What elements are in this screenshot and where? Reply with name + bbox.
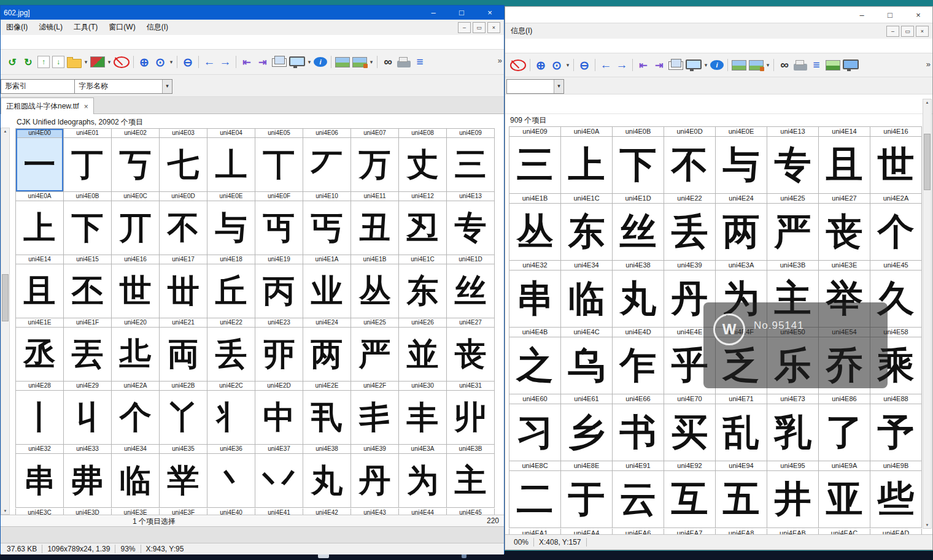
restore-button[interactable]: ▭ <box>901 26 914 37</box>
scroll-up-icon[interactable]: ▲ <box>923 101 931 104</box>
zoom-out-icon[interactable]: ⊖ <box>578 58 591 72</box>
minimize-button[interactable]: – <box>419 6 447 20</box>
fwd-icon[interactable]: → <box>219 55 232 69</box>
close-button[interactable]: × <box>487 22 500 33</box>
vertical-scrollbar[interactable]: ▲ ▼ <box>923 99 932 529</box>
list-icon[interactable]: ≡ <box>810 58 823 72</box>
glyph-cell-uni4E38[interactable]: uni4E38丸 <box>303 445 350 507</box>
glyph-cell-uni4E25[interactable]: uni4E25严 <box>351 318 398 381</box>
glyph-cell-uni4E0E[interactable]: uni4E0E与 <box>716 127 767 193</box>
monitor-icon[interactable] <box>289 56 305 66</box>
maximize-button[interactable]: □ <box>447 6 476 20</box>
close-button[interactable]: × <box>904 7 932 23</box>
glyph-cell-uni4E1D[interactable]: uni4E1D丝 <box>447 255 494 318</box>
glyph-cell-uni4E11[interactable]: uni4E11丑 <box>351 192 398 255</box>
caret-icon[interactable]: ▾ <box>306 55 312 69</box>
menu-item-图像(I)[interactable]: 图像(I) <box>1 20 33 35</box>
zoom-in-icon[interactable]: ⊕ <box>137 55 151 69</box>
glyph-cell-uni4E94[interactable]: uni4E94五 <box>716 461 767 527</box>
glyph-cell-uni4E71[interactable]: uni4E71乱 <box>716 394 767 461</box>
glyph-cell-uni4E2A[interactable]: uni4E2A个 <box>112 382 159 444</box>
glyph-index-combo[interactable]: 形索引 <box>1 79 87 94</box>
glyph-cell-uni4E27[interactable]: uni4E27丧 <box>819 194 870 260</box>
swatch-icon[interactable] <box>90 56 105 67</box>
glyph-cell-uni4E32[interactable]: uni4E32串 <box>509 261 560 327</box>
glyph-cell-uni4E30[interactable]: uni4E30丰 <box>399 382 446 444</box>
glyph-cell-uni4E4D[interactable]: uni4E4D乍 <box>613 328 664 394</box>
page-down-icon[interactable]: ↓ <box>52 56 64 68</box>
scroll-thumb[interactable] <box>924 134 931 190</box>
print-icon[interactable] <box>397 61 411 67</box>
glyph-cell-uni4E95[interactable]: uni4E95井 <box>767 461 818 527</box>
glyph-cell-uni4E0B[interactable]: uni4E0B下 <box>64 192 111 255</box>
caret-icon[interactable]: ▾ <box>565 58 571 72</box>
glyph-cell-uni4E21[interactable]: uni4E21両 <box>160 318 207 381</box>
menu-item-滤镜(L)[interactable]: 滤镜(L) <box>33 20 68 35</box>
zoom-out-icon[interactable]: ⊖ <box>181 55 195 69</box>
glyph-cell-uni4E00[interactable]: uni4E00一 <box>16 129 63 191</box>
toolbar-overflow-icon[interactable]: » <box>498 56 502 65</box>
tab-font-file[interactable]: 正粗圆战斗字体new.ttf × <box>1 98 94 115</box>
maximize-button[interactable]: □ <box>876 7 904 23</box>
caret-icon[interactable]: ▾ <box>765 58 771 72</box>
glyph-cell-uni4E10[interactable]: uni4E10丐 <box>303 192 350 255</box>
glyph-cell-uni4E0B[interactable]: uni4E0B下 <box>613 127 664 193</box>
glyph-cell-uni4E23[interactable]: uni4E23丣 <box>255 318 303 381</box>
image-icon[interactable] <box>732 60 746 71</box>
glyph-cell-uni4E8C[interactable]: uni4E8C二 <box>509 461 560 527</box>
glyph-cell-uni4E92[interactable]: uni4E92互 <box>664 461 715 527</box>
glyph-name-combo[interactable]: 字形名称 <box>74 79 172 94</box>
print-icon[interactable] <box>794 64 807 71</box>
glyph-cell-uni4E73[interactable]: uni4E73乳 <box>767 394 818 461</box>
glyph-cell-uni4E9A[interactable]: uni4E9A亚 <box>819 461 870 527</box>
glyph-cell-uni4E01[interactable]: uni4E01丁 <box>64 129 111 191</box>
glyph-cell-uni4E38[interactable]: uni4E38丸 <box>613 261 664 327</box>
glyph-cell-uni4E2B[interactable]: uni4E2B丫 <box>160 382 207 444</box>
glyph-cell-uni4E66[interactable]: uni4E66书 <box>613 394 664 461</box>
cascade-icon[interactable] <box>272 58 287 67</box>
glyph-cell-uni4E15[interactable]: uni4E15丕 <box>64 255 111 318</box>
glyph-cell-uni4E25[interactable]: uni4E25严 <box>767 194 818 260</box>
display-icon[interactable] <box>843 59 859 69</box>
glyph-cell-uni4E0E[interactable]: uni4E0E与 <box>207 192 255 255</box>
glyph-cell-uni4E32[interactable]: uni4E32串 <box>16 445 63 507</box>
glyph-cell-uni4E37[interactable]: uni4E37丷 <box>255 445 303 507</box>
back-icon[interactable]: ← <box>203 55 216 69</box>
undo-icon[interactable]: ↺ <box>6 55 19 69</box>
glyph-cell-uni4E29[interactable]: uni4E29丩 <box>64 382 111 444</box>
caret-icon[interactable]: ▾ <box>703 58 709 72</box>
close-button[interactable]: × <box>916 26 929 37</box>
glyph-cell-uni4E1C[interactable]: uni4E1C东 <box>399 255 446 318</box>
glyph-cell-uni4E18[interactable]: uni4E18丘 <box>207 255 255 318</box>
titlebar[interactable]: –□× <box>505 7 932 23</box>
glyph-cell-uni4E16[interactable]: uni4E16世 <box>112 255 159 318</box>
glyph-cell-uni4E13[interactable]: uni4E13专 <box>447 192 494 255</box>
page-prev-icon[interactable]: ⇤ <box>637 58 650 72</box>
glyph-cell-uni4E2E[interactable]: uni4E2E丮 <box>303 382 350 444</box>
minimize-button[interactable]: – <box>458 22 471 33</box>
glyph-cell-uni4E19[interactable]: uni4E19丙 <box>255 255 303 318</box>
cascade-icon[interactable] <box>668 61 683 70</box>
glyph-cell-uni4E2D[interactable]: uni4E2D中 <box>255 382 303 444</box>
glyph-cell-uni4E34[interactable]: uni4E34临 <box>561 261 612 327</box>
glyph-cell-uni4E36[interactable]: uni4E36丶 <box>207 445 255 507</box>
caret-icon[interactable]: ▾ <box>106 55 112 69</box>
glyph-cell-uni4E61[interactable]: uni4E61乡 <box>561 394 612 461</box>
glyph-cell-uni4E16[interactable]: uni4E16世 <box>870 127 921 193</box>
glyph-cell-uni4E39[interactable]: uni4E39丹 <box>351 445 398 507</box>
capture-icon[interactable] <box>826 60 840 71</box>
caret-icon[interactable]: ▾ <box>168 55 174 69</box>
glyph-cell-uni4E1C[interactable]: uni4E1C东 <box>561 194 612 260</box>
glyph-cell-uni4E88[interactable]: uni4E88予 <box>870 394 921 461</box>
glyph-cell-uni4E2C[interactable]: uni4E2C丬 <box>207 382 255 444</box>
glyph-cell-uni4E24[interactable]: uni4E24两 <box>303 318 350 381</box>
glyph-cell-uni4E60[interactable]: uni4E60习 <box>509 394 560 461</box>
glyph-cell-uni4E03[interactable]: uni4E03七 <box>160 129 207 191</box>
glyph-cell-uni4E0D[interactable]: uni4E0D不 <box>664 127 715 193</box>
page-up-icon[interactable]: ↑ <box>37 56 50 68</box>
list-icon[interactable]: ≡ <box>413 55 427 69</box>
glyph-cell-uni4E8E[interactable]: uni4E8E于 <box>561 461 612 527</box>
scroll-down-icon[interactable]: ▼ <box>923 523 931 527</box>
glyph-cell-uni4E1D[interactable]: uni4E1D丝 <box>613 194 664 260</box>
glyph-cell-uni4E14[interactable]: uni4E14且 <box>16 255 63 318</box>
